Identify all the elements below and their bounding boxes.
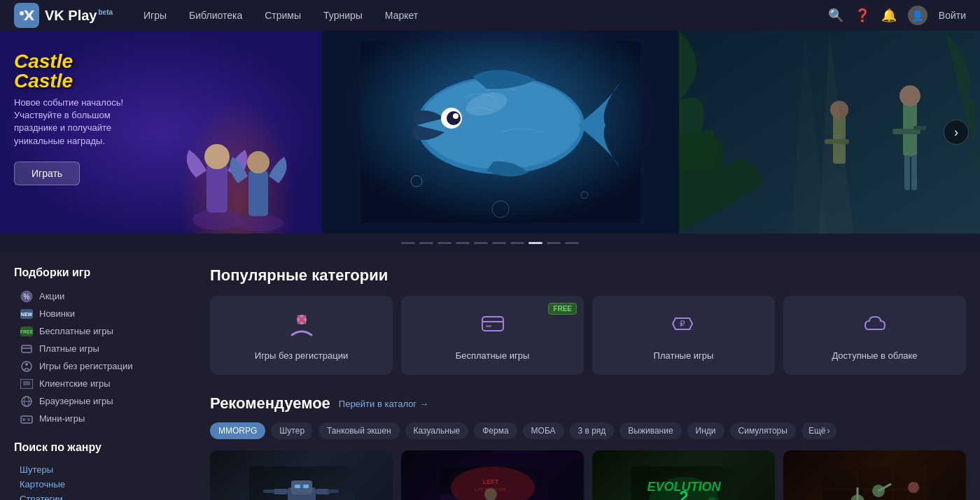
svg-rect-33 xyxy=(22,345,31,352)
nav-tournaments[interactable]: Турниры xyxy=(314,6,372,25)
dot-9[interactable] xyxy=(565,242,579,244)
tag-farm[interactable]: Ферма xyxy=(474,422,517,439)
fish-banner xyxy=(322,31,679,234)
hero-description: Новое событие началось! Участвуйте в бол… xyxy=(14,97,154,148)
more-tags-button[interactable]: Ещё › xyxy=(802,422,837,439)
sidebar-item-mini[interactable]: Мини-игры xyxy=(14,410,182,427)
games-grid: WAR ROBOTS War Robots Шутер xyxy=(210,450,966,500)
dot-5[interactable] xyxy=(492,242,506,244)
next-slide-arrow[interactable]: › xyxy=(944,120,969,145)
sidebar-item-browser[interactable]: Браузерные игры xyxy=(14,392,182,410)
tacticool-thumb: TACTICOOL xyxy=(783,450,966,500)
paid-icon xyxy=(20,344,34,354)
hero-center-panel xyxy=(322,31,679,234)
genre-link-shooters[interactable]: Шутеры xyxy=(14,462,182,477)
tag-tank[interactable]: Танковый экшен xyxy=(318,422,400,439)
mini-icon xyxy=(20,414,34,424)
main-nav: Игры Библиотека Стримы Турниры Маркет xyxy=(134,6,828,25)
avatar[interactable]: 👤 xyxy=(908,6,927,25)
tag-survival[interactable]: Выживание xyxy=(620,422,681,439)
svg-text:FREE: FREE xyxy=(20,329,33,334)
sidebar-item-paid[interactable]: Платные игры xyxy=(14,340,182,357)
nav-games[interactable]: Игры xyxy=(134,6,176,25)
sidebar-item-noreg[interactable]: Игры без регистрации xyxy=(14,357,182,375)
search-icon[interactable]: 🔍 xyxy=(828,8,844,23)
svg-text:2: 2 xyxy=(679,487,688,501)
paid-label: Платные игры xyxy=(654,350,714,361)
game-card-evo2[interactable]: EVOLUTION 2 BATTLE FOR UTOPIA Эволюция 2… xyxy=(592,450,775,500)
paid-cat-icon: ₽ xyxy=(670,310,698,343)
evo2-thumb: EVOLUTION 2 BATTLE FOR UTOPIA xyxy=(592,450,775,500)
genre-section: Поиск по жанру Шутеры Карточные Стратеги… xyxy=(14,441,182,500)
noreg-icon xyxy=(20,362,34,371)
game-card-war-robots[interactable]: WAR ROBOTS War Robots Шутер xyxy=(210,450,393,500)
category-paid[interactable]: ₽ Платные игры xyxy=(592,296,775,375)
catalog-link[interactable]: Перейти в каталог → xyxy=(339,399,428,409)
nav-streams[interactable]: Стримы xyxy=(255,6,311,25)
slide-dots xyxy=(0,234,980,252)
tag-3row[interactable]: 3 в ряд xyxy=(570,422,615,439)
tag-shooter[interactable]: Шутер xyxy=(271,422,313,439)
help-icon[interactable]: ❓ xyxy=(855,8,870,23)
tag-moba[interactable]: МОБА xyxy=(523,422,564,439)
svg-point-19 xyxy=(899,85,920,106)
left-survive-thumb: LEFT Left to Survive xyxy=(401,450,584,500)
tag-sim[interactable]: Симуляторы xyxy=(730,422,796,439)
sidebar-item-free-games[interactable]: FREE Бесплатные игры xyxy=(14,322,182,340)
dot-2[interactable] xyxy=(438,242,451,244)
sidebar-label-noreg: Игры без регистрации xyxy=(39,361,132,371)
genre-link-card[interactable]: Карточные xyxy=(14,477,182,492)
game-card-left-to-survive[interactable]: LEFT Left to Survive Left to Survive Шут… xyxy=(401,450,584,500)
category-cloud[interactable]: Доступные в облаке xyxy=(783,296,966,375)
dot-7[interactable] xyxy=(528,242,542,244)
sidebar-item-client[interactable]: Клиентские игры xyxy=(14,375,182,392)
recommended-title: Рекомендуемое xyxy=(210,394,330,413)
dot-0[interactable] xyxy=(401,242,415,244)
svg-rect-23 xyxy=(911,155,917,190)
nav-library[interactable]: Библиотека xyxy=(179,6,252,25)
sidebar-label-paid: Платные игры xyxy=(39,343,99,354)
dot-6[interactable] xyxy=(510,242,524,244)
hero-right-panel: › xyxy=(679,31,980,234)
sidebar-item-akcii[interactable]: % Акции xyxy=(14,287,182,305)
dot-8[interactable] xyxy=(547,242,561,244)
logo[interactable]: VK Playbeta xyxy=(14,3,113,28)
akcii-icon: % xyxy=(20,292,34,301)
dot-1[interactable] xyxy=(419,242,433,244)
dot-3[interactable] xyxy=(456,242,470,244)
svg-text:LEFT: LEFT xyxy=(482,478,498,485)
svg-rect-50 xyxy=(486,325,491,327)
hero-right-bg xyxy=(679,31,980,234)
genre-link-strategy[interactable]: Стратегии xyxy=(14,492,182,500)
sidebar-label-free: Бесплатные игры xyxy=(39,326,113,336)
svg-rect-59 xyxy=(263,490,274,493)
cloud-label: Доступные в облаке xyxy=(832,350,917,361)
category-no-reg[interactable]: Игры без регистрации xyxy=(210,296,393,375)
free-games-icon: FREE xyxy=(20,327,34,336)
free-icon xyxy=(479,310,507,343)
play-button[interactable]: Играть xyxy=(14,162,80,185)
no-reg-label: Игры без регистрации xyxy=(255,350,348,361)
tag-indie[interactable]: Инди xyxy=(687,422,724,439)
hero-banner: Castle Castle Новое событие началось! Уч… xyxy=(0,31,980,234)
svg-rect-38 xyxy=(23,381,30,385)
svg-rect-48 xyxy=(482,317,503,331)
category-free[interactable]: FREE Бесплатные игры xyxy=(401,296,584,375)
tag-casual[interactable]: Казуальные xyxy=(405,422,469,439)
tag-mmorpg[interactable]: MMORPG xyxy=(210,422,265,439)
login-button[interactable]: Войти xyxy=(939,10,966,21)
sidebar-label-akcii: Акции xyxy=(39,291,64,301)
dot-4[interactable] xyxy=(474,242,488,244)
header-right: 🔍 ❓ 🔔 👤 Войти xyxy=(828,6,966,25)
game-card-tacticool[interactable]: TACTICOOL Tacticool Экшен xyxy=(783,450,966,500)
genre-tags: MMORPG Шутер Танковый экшен Казуальные Ф… xyxy=(210,422,966,439)
svg-point-0 xyxy=(20,11,24,15)
sidebar-item-novinski[interactable]: NEW Новинки xyxy=(14,305,182,322)
notifications-icon[interactable]: 🔔 xyxy=(881,8,897,23)
svg-text:%: % xyxy=(24,293,30,301)
novinski-icon: NEW xyxy=(20,309,34,319)
svg-rect-21 xyxy=(913,126,926,130)
nav-market[interactable]: Маркет xyxy=(375,6,428,25)
svg-point-43 xyxy=(22,418,25,421)
svg-point-4 xyxy=(234,215,284,231)
